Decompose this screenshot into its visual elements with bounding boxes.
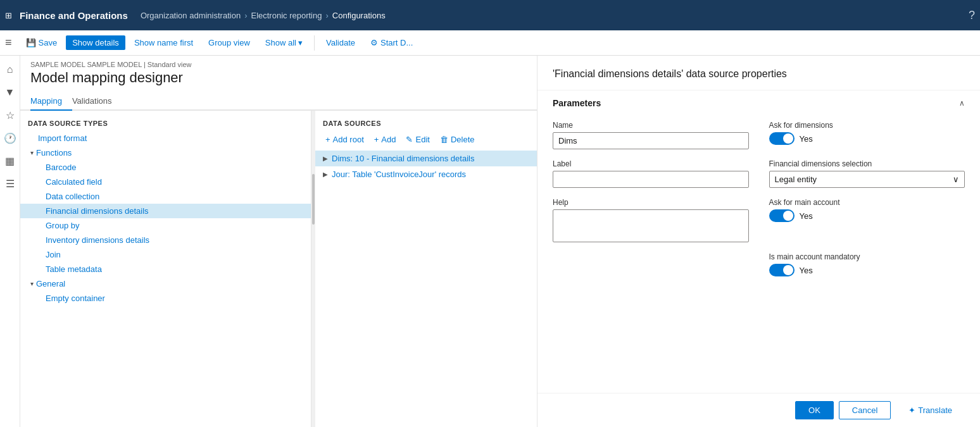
label-input[interactable] [553,171,749,188]
financial-dimensions-select[interactable]: Legal entity ∨ [769,171,965,188]
delete-icon: 🗑 [440,135,448,144]
panels: DATA SOURCE TYPES Import format ▾ Functi… [20,111,537,427]
add-root-button[interactable]: + Add root [323,133,367,145]
app-title: Finance and Operations [20,10,128,21]
tree-item-functions[interactable]: ▾ Functions [20,145,311,160]
show-details-button[interactable]: Show details [66,35,125,50]
help-group: Help [553,198,749,242]
top-nav: ⊞ Finance and Operations Organization ad… [0,0,980,30]
help-input[interactable] [553,209,749,242]
props-panel: 'Financial dimensions details' data sour… [537,56,980,427]
breadcrumb-line: SAMPLE MODEL SAMPLE MODEL | Standard vie… [30,61,527,68]
chevron-down-icon: ∨ [953,175,959,184]
show-name-first-button[interactable]: Show name first [128,35,199,50]
right-panel: DATA SOURCES + Add root + Add ✎ Edit [315,111,537,427]
breadcrumb-config[interactable]: Configurations [332,11,386,20]
sidebar-home-icon[interactable]: ⌂ [1,61,19,78]
tree-item-calculated-field[interactable]: Calculated field [20,175,311,189]
financial-dimensions-select-value: Legal entity [775,175,817,184]
save-button[interactable]: 💾 Save [20,35,64,50]
toggle-knob [783,133,793,144]
tree-item-general[interactable]: ▾ General [20,276,311,291]
ask-for-dimensions-group: Ask for dimensions Yes [769,121,965,149]
edit-button[interactable]: ✎ Edit [403,133,432,145]
toggle-knob-2 [783,211,793,221]
ask-for-main-account-value: Yes [800,211,813,221]
name-group: Name [553,121,749,149]
toolbar-separator [314,35,315,51]
ask-for-main-account-group: Ask for main account Yes [769,198,965,242]
main-area: ⌂ ▼ ☆ 🕐 ▦ ☰ SAMPLE MODEL SAMPLE MODEL | … [0,56,980,427]
scroll-divider[interactable] [311,111,315,427]
page-title: Model mapping designer [30,70,527,86]
tree-item-data-collection[interactable]: Data collection [20,189,311,204]
ask-for-dimensions-toggle[interactable] [769,132,795,145]
tree-item-inventory-dimensions[interactable]: Inventory dimensions details [20,233,311,247]
is-main-account-mandatory-label: Is main account mandatory [769,252,965,261]
breadcrumb-er[interactable]: Electronic reporting [251,11,322,20]
tree-item-barcode[interactable]: Barcode [20,160,311,175]
translate-icon: ✦ [908,405,915,415]
ask-for-main-account-toggle[interactable] [769,209,795,222]
toggle-knob-3 [783,265,793,275]
ds-item-dims[interactable]: ▶ Dims: 10 - Financial dimensions detail… [315,151,537,166]
show-all-button[interactable]: Show all ▾ [259,35,309,50]
parameters-title: Parameters [553,98,601,108]
tree-item-table-metadata[interactable]: Table metadata [20,262,311,276]
sidebar-workspace-icon[interactable]: ▦ [1,152,19,170]
parameters-section-header[interactable]: Parameters ∧ [537,90,980,116]
group-view-button[interactable]: Group view [202,35,256,50]
label-label: Label [553,159,749,168]
breadcrumb-org[interactable]: Organization administration [141,11,241,20]
ok-button[interactable]: OK [795,401,834,419]
hamburger-icon[interactable]: ≡ [5,36,12,49]
ask-for-main-account-toggle-row: Yes [769,209,965,222]
is-main-account-mandatory-value: Yes [800,266,813,275]
is-main-account-mandatory-toggle[interactable] [769,264,795,276]
name-label: Name [553,121,749,130]
cancel-button[interactable]: Cancel [839,401,891,419]
content-area: SAMPLE MODEL SAMPLE MODEL | Standard vie… [20,56,537,427]
add-root-icon: + [325,135,330,144]
toggle-general: ▾ [30,280,34,287]
translate-button[interactable]: ✦ Translate [896,402,965,419]
is-main-account-mandatory-group: Is main account mandatory Yes [769,252,965,276]
tree-item-import-format[interactable]: Import format [20,131,311,145]
grid-icon[interactable]: ⊞ [5,11,12,20]
is-main-account-mandatory-toggle-row: Yes [769,264,965,276]
ask-for-dimensions-toggle-row: Yes [769,132,965,145]
financial-dimensions-selection-label: Financial dimensions selection [769,159,965,168]
tree-item-join[interactable]: Join [20,247,311,262]
tab-mapping[interactable]: Mapping [30,92,72,111]
chevron-down-icon: ▾ [298,38,303,47]
sidebar-list-icon[interactable]: ☰ [1,175,19,192]
tree-item-empty-container[interactable]: Empty container [20,291,311,306]
empty-cell-1 [553,252,749,276]
sidebar-favorites-icon[interactable]: ☆ [1,106,19,124]
help-icon[interactable]: ? [969,9,975,22]
delete-button[interactable]: 🗑 Delete [437,133,477,145]
ask-for-main-account-label: Ask for main account [769,198,965,207]
chevron-icon-1: › [244,11,247,20]
start-debug-button[interactable]: ⚙ Start D... [364,35,419,50]
ds-item-jour[interactable]: ▶ Jour: Table 'CustInvoiceJour' records [315,166,537,182]
collapse-icon: ∧ [959,99,965,108]
sidebar-filter-icon[interactable]: ▼ [1,84,19,101]
sidebar-recent-icon[interactable]: 🕐 [1,129,19,147]
ask-for-dimensions-label: Ask for dimensions [769,121,965,130]
toolbar: ≡ 💾 Save Show details Show name first Gr… [0,30,980,56]
props-content: Name Ask for dimensions Yes Label [537,116,980,287]
left-sidebar: ⌂ ▼ ☆ 🕐 ▦ ☰ [0,56,20,427]
right-panel-toolbar: + Add root + Add ✎ Edit 🗑 Delete [315,131,537,151]
name-input[interactable] [553,132,749,149]
validate-button[interactable]: Validate [320,35,361,50]
toggle-dims: ▶ [323,155,328,162]
tab-validations[interactable]: Validations [72,92,122,111]
props-footer: OK Cancel ✦ Translate [537,393,980,427]
tree-item-financial-dimensions-details[interactable]: Financial dimensions details [20,204,311,218]
tree-item-group-by[interactable]: Group by [20,218,311,233]
tabs: Mapping Validations [20,92,537,111]
start-debug-icon: ⚙ [370,38,378,47]
add-button[interactable]: + Add [372,133,399,145]
label-group: Label [553,159,749,188]
